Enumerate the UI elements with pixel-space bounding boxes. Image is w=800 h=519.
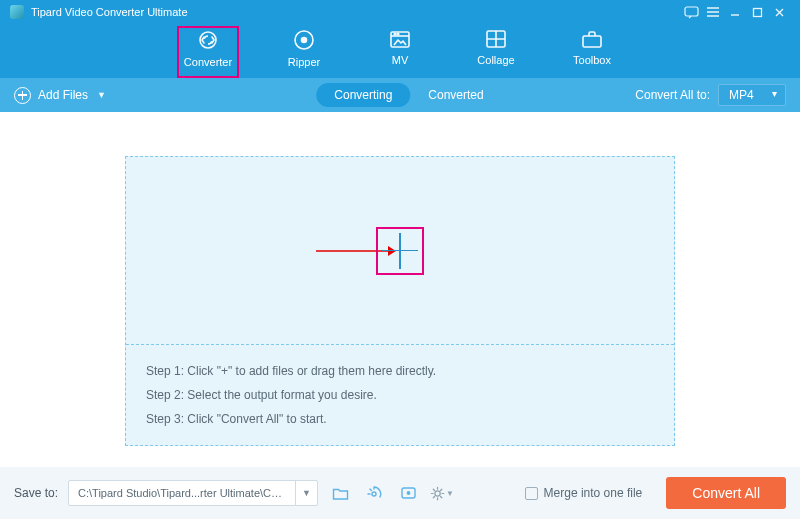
settings-icon[interactable]: ▼ bbox=[430, 481, 454, 505]
merge-label: Merge into one file bbox=[544, 486, 643, 500]
convert-all-to-label: Convert All to: bbox=[635, 88, 710, 102]
instructions-panel: Step 1: Click "+" to add files or drag t… bbox=[126, 344, 674, 445]
close-button[interactable] bbox=[768, 2, 790, 22]
nav-collage[interactable]: Collage bbox=[465, 26, 527, 78]
svg-point-4 bbox=[302, 38, 307, 43]
save-to-path-input[interactable]: C:\Tipard Studio\Tipard...rter Ultimate\… bbox=[68, 480, 318, 506]
nav-toolbox-label: Toolbox bbox=[573, 54, 611, 66]
output-format-select[interactable]: MP4 bbox=[718, 84, 786, 106]
nav-mv-label: MV bbox=[392, 54, 409, 66]
nav-toolbox[interactable]: Toolbox bbox=[561, 26, 623, 78]
app-title: Tipard Video Converter Ultimate bbox=[31, 6, 188, 18]
add-files-label: Add Files bbox=[38, 88, 88, 102]
nav-ripper[interactable]: Ripper bbox=[273, 26, 335, 78]
convert-all-button[interactable]: Convert All bbox=[666, 477, 786, 509]
gpu-accel-icon[interactable] bbox=[396, 481, 420, 505]
nav-converter-label: Converter bbox=[184, 56, 232, 68]
snapshot-icon[interactable] bbox=[362, 481, 386, 505]
checkbox-icon bbox=[525, 487, 538, 500]
plus-circle-icon bbox=[14, 87, 31, 104]
svg-point-6 bbox=[394, 33, 396, 35]
open-folder-icon[interactable] bbox=[328, 481, 352, 505]
nav-mv[interactable]: MV bbox=[369, 26, 431, 78]
minimize-button[interactable] bbox=[724, 2, 746, 22]
nav-ripper-label: Ripper bbox=[288, 56, 320, 68]
svg-point-15 bbox=[435, 490, 440, 495]
svg-rect-1 bbox=[753, 8, 761, 16]
add-files-plus-icon[interactable] bbox=[376, 227, 424, 275]
dropzone[interactable]: Step 1: Click "+" to add files or drag t… bbox=[125, 156, 675, 446]
svg-rect-9 bbox=[583, 36, 601, 47]
nav-collage-label: Collage bbox=[477, 54, 514, 66]
menu-icon[interactable] bbox=[702, 2, 724, 22]
instruction-step3: Step 3: Click "Convert All" to start. bbox=[146, 407, 654, 431]
feedback-icon[interactable] bbox=[680, 2, 702, 22]
svg-point-12 bbox=[372, 492, 376, 496]
tab-converted[interactable]: Converted bbox=[428, 88, 483, 102]
nav-converter[interactable]: Converter bbox=[177, 26, 239, 78]
app-icon bbox=[10, 5, 24, 19]
chevron-down-icon: ▼ bbox=[446, 489, 454, 498]
instruction-step1: Step 1: Click "+" to add files or drag t… bbox=[146, 359, 654, 383]
svg-rect-0 bbox=[685, 7, 698, 16]
instruction-step2: Step 2: Select the output format you des… bbox=[146, 383, 654, 407]
chevron-down-icon: ▼ bbox=[97, 90, 106, 100]
svg-point-7 bbox=[397, 33, 399, 35]
save-to-path-value: C:\Tipard Studio\Tipard...rter Ultimate\… bbox=[78, 487, 288, 499]
merge-checkbox[interactable]: Merge into one file bbox=[525, 486, 643, 500]
maximize-button[interactable] bbox=[746, 2, 768, 22]
save-to-dropdown[interactable]: ▼ bbox=[295, 481, 317, 505]
tab-converting[interactable]: Converting bbox=[316, 83, 410, 107]
add-files-button[interactable]: Add Files ▼ bbox=[14, 87, 106, 104]
svg-point-14 bbox=[407, 492, 409, 494]
save-to-label: Save to: bbox=[14, 486, 58, 500]
